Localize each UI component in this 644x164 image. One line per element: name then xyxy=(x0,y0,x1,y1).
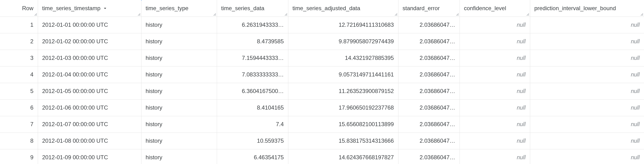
cell-confidence-level[interactable]: null xyxy=(460,33,530,50)
cell-data[interactable]: 6.46354175 xyxy=(217,149,288,164)
cell-standard-error[interactable]: 2.03686047… xyxy=(398,99,460,116)
column-header-time-series-timestamp[interactable]: time_series_timestamp xyxy=(38,0,141,17)
cell-timestamp[interactable]: 2012-01-07 00:00:00 UTC xyxy=(38,116,141,132)
cell-type[interactable]: history xyxy=(141,50,217,66)
cell-timestamp[interactable]: 2012-01-06 00:00:00 UTC xyxy=(38,99,141,116)
cell-data[interactable]: 6.3604167500… xyxy=(217,83,288,99)
cell-standard-error[interactable]: 2.03686047… xyxy=(398,116,460,132)
cell-standard-error[interactable]: 2.03686047… xyxy=(398,50,460,66)
column-header-standard-error[interactable]: standard_error xyxy=(398,0,460,17)
cell-prediction-interval-lower-bound[interactable]: null xyxy=(530,50,644,66)
cell-prediction-interval-lower-bound[interactable]: null xyxy=(530,132,644,149)
cell-type[interactable]: history xyxy=(141,132,217,149)
cell-type[interactable]: history xyxy=(141,66,217,83)
column-header-time-series-type[interactable]: time_series_type xyxy=(141,0,217,17)
cell-confidence-level[interactable]: null xyxy=(460,83,530,99)
cell-prediction-interval-lower-bound[interactable]: null xyxy=(530,149,644,164)
cell-row[interactable]: 6 xyxy=(0,99,38,116)
cell-data[interactable]: 7.1594443333… xyxy=(217,50,288,66)
table-row[interactable]: 52012-01-05 00:00:00 UTChistory6.3604167… xyxy=(0,83,644,99)
cell-confidence-level[interactable]: null xyxy=(460,132,530,149)
cell-prediction-interval-lower-bound[interactable]: null xyxy=(530,17,644,33)
cell-standard-error[interactable]: 2.03686047… xyxy=(398,17,460,33)
cell-adjusted-data[interactable]: 12.721694111310683 xyxy=(288,17,398,33)
cell-row[interactable]: 1 xyxy=(0,17,38,33)
resize-handle-icon[interactable] xyxy=(456,13,459,16)
cell-prediction-interval-lower-bound[interactable]: null xyxy=(530,66,644,83)
cell-row[interactable]: 4 xyxy=(0,66,38,83)
cell-timestamp[interactable]: 2012-01-01 00:00:00 UTC xyxy=(38,17,141,33)
cell-data[interactable]: 10.559375 xyxy=(217,132,288,149)
cell-data[interactable]: 8.4739585 xyxy=(217,33,288,50)
cell-standard-error[interactable]: 2.03686047… xyxy=(398,33,460,50)
cell-adjusted-data[interactable]: 9.8799058072974439 xyxy=(288,33,398,50)
cell-adjusted-data[interactable]: 14.4321927885395 xyxy=(288,50,398,66)
cell-confidence-level[interactable]: null xyxy=(460,50,530,66)
column-header-row[interactable]: Row xyxy=(0,0,38,17)
cell-standard-error[interactable]: 2.03686047… xyxy=(398,83,460,99)
cell-timestamp[interactable]: 2012-01-05 00:00:00 UTC xyxy=(38,83,141,99)
resize-handle-icon[interactable] xyxy=(138,13,141,16)
cell-timestamp[interactable]: 2012-01-09 00:00:00 UTC xyxy=(38,149,141,164)
column-header-confidence-level[interactable]: confidence_level xyxy=(460,0,530,17)
cell-prediction-interval-lower-bound[interactable]: null xyxy=(530,116,644,132)
resize-handle-icon[interactable] xyxy=(213,13,216,16)
cell-row[interactable]: 7 xyxy=(0,116,38,132)
cell-timestamp[interactable]: 2012-01-03 00:00:00 UTC xyxy=(38,50,141,66)
table-row[interactable]: 32012-01-03 00:00:00 UTChistory7.1594443… xyxy=(0,50,644,66)
cell-standard-error[interactable]: 2.03686047… xyxy=(398,66,460,83)
cell-adjusted-data[interactable]: 15.838175314313666 xyxy=(288,132,398,149)
table-row[interactable]: 42012-01-04 00:00:00 UTChistory7.0833333… xyxy=(0,66,644,83)
cell-timestamp[interactable]: 2012-01-02 00:00:00 UTC xyxy=(38,33,141,50)
cell-confidence-level[interactable]: null xyxy=(460,149,530,164)
cell-standard-error[interactable]: 2.03686047… xyxy=(398,149,460,164)
table-row[interactable]: 22012-01-02 00:00:00 UTChistory8.4739585… xyxy=(0,33,644,50)
resize-handle-icon[interactable] xyxy=(394,13,398,16)
cell-timestamp[interactable]: 2012-01-04 00:00:00 UTC xyxy=(38,66,141,83)
cell-prediction-interval-lower-bound[interactable]: null xyxy=(530,33,644,50)
cell-row[interactable]: 5 xyxy=(0,83,38,99)
cell-data[interactable]: 7.4 xyxy=(217,116,288,132)
cell-row[interactable]: 9 xyxy=(0,149,38,164)
cell-data[interactable]: 6.2631943333… xyxy=(217,17,288,33)
column-header-prediction-interval-lower-bound[interactable]: prediction_interval_lower_bound xyxy=(530,0,644,17)
cell-type[interactable]: history xyxy=(141,149,217,164)
cell-type[interactable]: history xyxy=(141,116,217,132)
cell-adjusted-data[interactable]: 9.0573149711441161 xyxy=(288,66,398,83)
cell-type[interactable]: history xyxy=(141,33,217,50)
cell-type[interactable]: history xyxy=(141,83,217,99)
resize-handle-icon[interactable] xyxy=(640,13,644,16)
resize-handle-icon[interactable] xyxy=(284,13,288,16)
cell-row[interactable]: 3 xyxy=(0,50,38,66)
column-header-time-series-data[interactable]: time_series_data xyxy=(217,0,288,17)
column-header-time-series-adjusted-data[interactable]: time_series_adjusted_data xyxy=(288,0,398,17)
cell-adjusted-data[interactable]: 15.656082100113899 xyxy=(288,116,398,132)
cell-standard-error[interactable]: 2.03686047… xyxy=(398,132,460,149)
table-row[interactable]: 82012-01-08 00:00:00 UTChistory10.559375… xyxy=(0,132,644,149)
cell-type[interactable]: history xyxy=(141,17,217,33)
column-header-label: prediction_interval_lower_bound xyxy=(534,5,616,12)
cell-prediction-interval-lower-bound[interactable]: null xyxy=(530,83,644,99)
cell-adjusted-data[interactable]: 11.263523900879152 xyxy=(288,83,398,99)
resize-handle-icon[interactable] xyxy=(34,13,37,16)
cell-confidence-level[interactable]: null xyxy=(460,17,530,33)
cell-row[interactable]: 8 xyxy=(0,132,38,149)
cell-adjusted-data[interactable]: 17.960650192237768 xyxy=(288,99,398,116)
cell-type[interactable]: history xyxy=(141,99,217,116)
cell-prediction-interval-lower-bound[interactable]: null xyxy=(530,99,644,116)
table-row[interactable]: 12012-01-01 00:00:00 UTChistory6.2631943… xyxy=(0,17,644,33)
cell-row[interactable]: 2 xyxy=(0,33,38,50)
column-header-label: time_series_timestamp xyxy=(42,5,100,12)
cell-data[interactable]: 7.0833333333… xyxy=(217,66,288,83)
cell-data[interactable]: 8.4104165 xyxy=(217,99,288,116)
resize-handle-icon[interactable] xyxy=(526,13,530,16)
sort-ascending-icon xyxy=(103,6,108,11)
cell-confidence-level[interactable]: null xyxy=(460,66,530,83)
table-row[interactable]: 92012-01-09 00:00:00 UTChistory6.4635417… xyxy=(0,149,644,164)
cell-confidence-level[interactable]: null xyxy=(460,116,530,132)
table-row[interactable]: 72012-01-07 00:00:00 UTChistory7.415.656… xyxy=(0,116,644,132)
cell-confidence-level[interactable]: null xyxy=(460,99,530,116)
cell-timestamp[interactable]: 2012-01-08 00:00:00 UTC xyxy=(38,132,141,149)
table-row[interactable]: 62012-01-06 00:00:00 UTChistory8.4104165… xyxy=(0,99,644,116)
cell-adjusted-data[interactable]: 14.624367668197827 xyxy=(288,149,398,164)
